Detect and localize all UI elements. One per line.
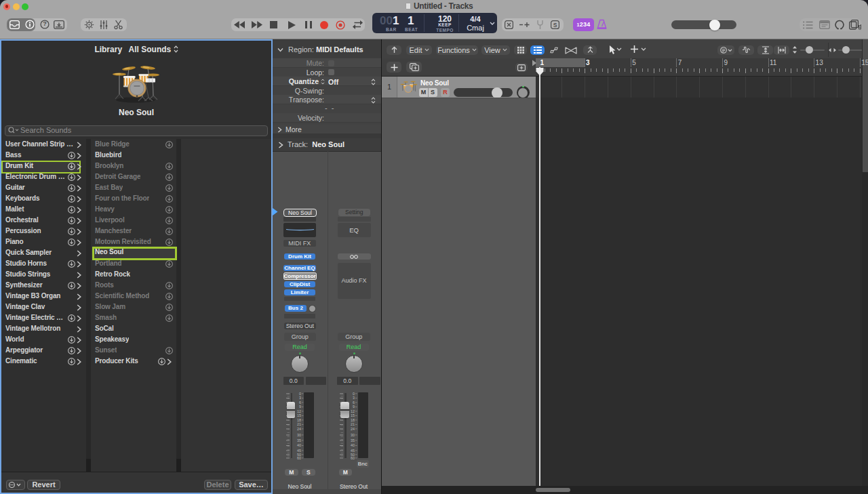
svg-text:30: 30	[297, 433, 301, 437]
svg-text:3: 3	[299, 396, 301, 400]
svg-text:60: 60	[297, 456, 301, 459]
svg-text:18: 18	[297, 418, 301, 422]
svg-text:15: 15	[351, 413, 355, 417]
svg-text:12: 12	[297, 409, 301, 413]
svg-text:60: 60	[351, 456, 355, 459]
svg-text:21: 21	[297, 422, 301, 426]
svg-text:6: 6	[353, 400, 355, 405]
svg-text:12: 12	[351, 409, 355, 413]
svg-text:24: 24	[297, 427, 301, 431]
svg-text:9: 9	[353, 405, 355, 409]
svg-text:0: 0	[299, 392, 301, 396]
svg-text:40: 40	[297, 443, 301, 447]
svg-text:3: 3	[353, 396, 355, 400]
svg-text:24: 24	[351, 427, 355, 431]
svg-text:35: 35	[351, 438, 355, 442]
svg-text:6: 6	[299, 400, 301, 405]
svg-text:30: 30	[351, 433, 355, 437]
svg-text:15: 15	[297, 413, 301, 417]
svg-text:0: 0	[353, 392, 355, 396]
svg-text:35: 35	[297, 438, 301, 442]
svg-text:40: 40	[351, 443, 355, 447]
svg-text:9: 9	[299, 405, 301, 409]
svg-text:21: 21	[351, 422, 355, 426]
svg-text:18: 18	[351, 418, 355, 422]
